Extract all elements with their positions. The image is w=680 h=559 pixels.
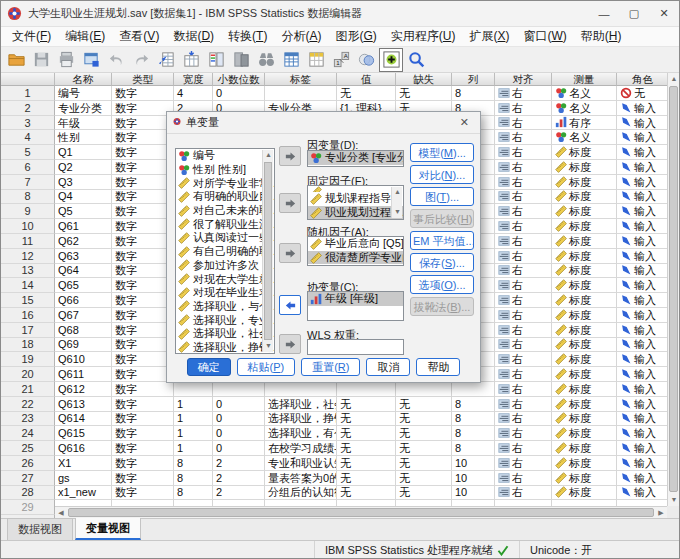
- split-file-icon[interactable]: [229, 48, 253, 72]
- cell-measure[interactable]: 名义: [552, 86, 617, 101]
- move-covariate-button[interactable]: [279, 295, 301, 315]
- cell-align[interactable]: 右: [495, 471, 552, 486]
- goto-variable-icon[interactable]: [179, 48, 203, 72]
- row-number[interactable]: 15: [1, 293, 55, 308]
- cell-measure[interactable]: 标度: [552, 175, 617, 190]
- row-number[interactable]: 8: [1, 190, 55, 205]
- cell-label[interactable]: 选择职业，有个...: [265, 426, 337, 441]
- move-wls-button[interactable]: [279, 334, 301, 354]
- row-number[interactable]: 11: [1, 234, 55, 249]
- column-header[interactable]: 角色: [617, 73, 669, 86]
- cell-measure[interactable]: 标度: [552, 308, 617, 323]
- save-icon[interactable]: [29, 48, 53, 72]
- cell-measure[interactable]: 标度: [552, 249, 617, 264]
- cell-align[interactable]: 右: [495, 308, 552, 323]
- move-random-factor-button[interactable]: [279, 243, 301, 263]
- cell-label[interactable]: 选择职业，社会...: [265, 397, 337, 412]
- cell-width[interactable]: 1: [174, 397, 213, 412]
- cell-measure[interactable]: 有序: [552, 116, 617, 131]
- scroll-down-icon[interactable]: ▼: [263, 341, 274, 352]
- row-number[interactable]: 29: [1, 500, 55, 515]
- cell-name[interactable]: 年级: [55, 116, 112, 131]
- row-number[interactable]: 9: [1, 204, 55, 219]
- open-data-icon[interactable]: [4, 48, 28, 72]
- menu-item[interactable]: 编辑(E): [58, 26, 112, 47]
- cell-label[interactable]: 在校学习成绩与...: [265, 441, 337, 456]
- dialog-close-icon[interactable]: ✕: [455, 115, 474, 130]
- cell-label[interactable]: [265, 86, 337, 101]
- cell-values[interactable]: 无: [337, 412, 396, 427]
- row-number[interactable]: 6: [1, 160, 55, 175]
- cell-missing[interactable]: 无: [396, 397, 452, 412]
- cell-columns[interactable]: 8: [452, 426, 495, 441]
- row-number[interactable]: 1: [1, 86, 55, 101]
- column-header[interactable]: 小数位数: [213, 73, 265, 86]
- cell-name[interactable]: gs: [55, 471, 112, 486]
- cell-align[interactable]: 右: [495, 204, 552, 219]
- vertical-scrollbar[interactable]: ▲ ▼: [667, 73, 679, 506]
- cell-role[interactable]: 输入: [617, 145, 669, 160]
- column-header[interactable]: 类型: [112, 73, 174, 86]
- column-header[interactable]: 宽度: [174, 73, 213, 86]
- cell-label[interactable]: [265, 382, 337, 397]
- cell-type[interactable]: 数字: [112, 234, 174, 249]
- menu-item[interactable]: 窗口(W): [516, 26, 573, 47]
- cell-type[interactable]: 数字: [112, 175, 174, 190]
- move-fixed-factor-button[interactable]: [279, 193, 301, 213]
- cell-align[interactable]: 右: [495, 160, 552, 175]
- cell-label[interactable]: 分组后的认知得...: [265, 486, 337, 501]
- column-header[interactable]: 值: [337, 73, 396, 86]
- row-number[interactable]: 24: [1, 426, 55, 441]
- cell-role[interactable]: 输入: [617, 367, 669, 382]
- cell-name[interactable]: Q610: [55, 352, 112, 367]
- minimize-button[interactable]: —: [589, 1, 619, 26]
- source-list-scrollbar[interactable]: ▲ ▼: [262, 150, 273, 352]
- cell-columns[interactable]: 10: [452, 456, 495, 471]
- cell-width[interactable]: 8: [174, 456, 213, 471]
- cell-values[interactable]: 无: [337, 86, 396, 101]
- cell-width[interactable]: 1: [174, 426, 213, 441]
- cell-type[interactable]: 数字: [112, 219, 174, 234]
- cell-role[interactable]: 输入: [617, 352, 669, 367]
- cell-align[interactable]: 右: [495, 219, 552, 234]
- cell-name[interactable]: 专业分类: [55, 101, 112, 116]
- cell-measure[interactable]: 标度: [552, 352, 617, 367]
- random-factors-box[interactable]: 毕业后意向 [Q5]很清楚所学专业的...: [307, 236, 404, 266]
- cell-measure[interactable]: 标度: [552, 441, 617, 456]
- variable-list-item[interactable]: 对所学专业非常...: [176, 176, 274, 190]
- cell-type[interactable]: 数字: [112, 352, 174, 367]
- cell-decimals[interactable]: 2: [213, 471, 265, 486]
- dialog-side-button[interactable]: 选项(O)...: [410, 275, 474, 294]
- variable-list-item[interactable]: 有明确的职业目...: [176, 190, 274, 204]
- cell-missing[interactable]: [396, 382, 452, 397]
- column-header[interactable]: 对齐: [495, 73, 552, 86]
- cell-decimals[interactable]: [213, 382, 265, 397]
- cell-name[interactable]: Q66: [55, 293, 112, 308]
- cell-measure[interactable]: 标度: [552, 234, 617, 249]
- cell-type[interactable]: 数字: [112, 160, 174, 175]
- cell-name[interactable]: Q65: [55, 278, 112, 293]
- menu-item[interactable]: 图形(G): [328, 26, 383, 47]
- variable-list-item[interactable]: 规划课程指导 [: [308, 192, 403, 206]
- cell-role[interactable]: 输入: [617, 471, 669, 486]
- column-header[interactable]: 缺失: [396, 73, 452, 86]
- row-number[interactable]: 30: [1, 515, 55, 518]
- cell-name[interactable]: Q613: [55, 397, 112, 412]
- fixed-factors-box[interactable]: 规划课程指导 [职业规划过程中... ▲ ▼: [307, 185, 404, 220]
- cell-measure[interactable]: 标度: [552, 426, 617, 441]
- cell-type[interactable]: 数字: [112, 116, 174, 131]
- cell-role[interactable]: 输入: [617, 175, 669, 190]
- cell-align[interactable]: 右: [495, 397, 552, 412]
- cell-values[interactable]: [337, 382, 396, 397]
- variable-list-item[interactable]: 选择职业，挣钱...: [176, 341, 274, 354]
- variable-list-item[interactable]: 毕业后意向 [Q5]: [308, 237, 403, 251]
- dialog-button[interactable]: 粘贴(P): [237, 358, 296, 376]
- cell-name[interactable]: Q612: [55, 382, 112, 397]
- menu-item[interactable]: 实用程序(U): [384, 26, 463, 47]
- variable-list-item[interactable]: 参加过许多次（...: [176, 259, 274, 273]
- cell-role[interactable]: 输入: [617, 234, 669, 249]
- cell-align[interactable]: 右: [495, 86, 552, 101]
- cell-name[interactable]: 性别: [55, 130, 112, 145]
- cell-name[interactable]: Q2: [55, 160, 112, 175]
- cell-role[interactable]: 输入: [617, 204, 669, 219]
